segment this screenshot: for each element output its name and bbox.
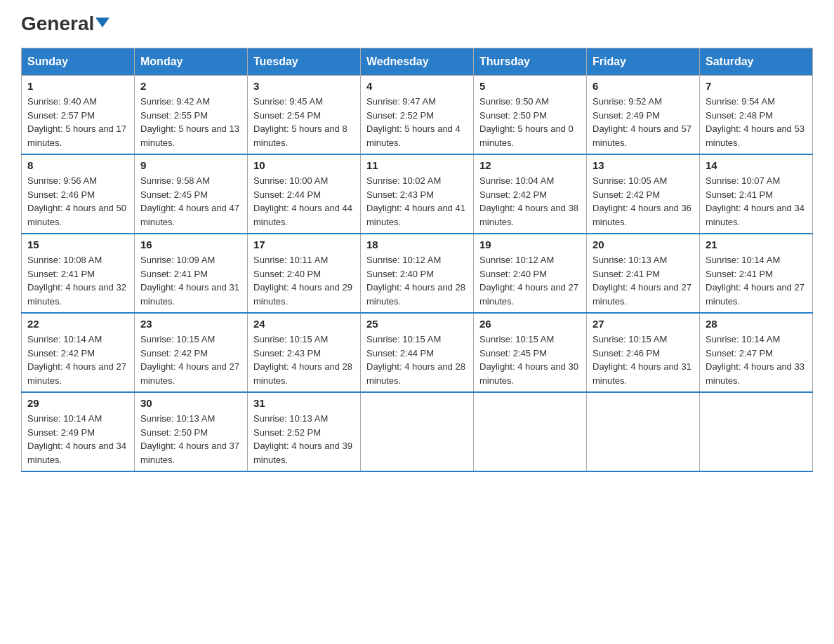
- calendar-week-row: 8 Sunrise: 9:56 AMSunset: 2:46 PMDayligh…: [22, 154, 813, 234]
- calendar-cell: 6 Sunrise: 9:52 AMSunset: 2:49 PMDayligh…: [587, 76, 700, 155]
- day-info: Sunrise: 10:04 AMSunset: 2:42 PMDaylight…: [479, 174, 581, 229]
- day-info: Sunrise: 9:54 AMSunset: 2:48 PMDaylight:…: [706, 95, 807, 149]
- calendar-cell: 11 Sunrise: 10:02 AMSunset: 2:43 PMDayli…: [361, 154, 474, 234]
- calendar-cell: 25 Sunrise: 10:15 AMSunset: 2:44 PMDayli…: [361, 313, 474, 392]
- weekday-header-saturday: Saturday: [700, 48, 813, 76]
- weekday-header-thursday: Thursday: [474, 48, 587, 76]
- day-info: Sunrise: 10:13 AMSunset: 2:52 PMDaylight…: [253, 412, 355, 467]
- day-number: 15: [27, 239, 128, 250]
- calendar-cell: 19 Sunrise: 10:12 AMSunset: 2:40 PMDayli…: [474, 234, 587, 313]
- day-number: 7: [706, 80, 807, 92]
- day-number: 19: [479, 239, 581, 250]
- calendar-cell: 18 Sunrise: 10:12 AMSunset: 2:40 PMDayli…: [361, 234, 474, 313]
- day-number: 13: [593, 159, 694, 171]
- day-number: 20: [593, 239, 694, 250]
- calendar-cell: 22 Sunrise: 10:14 AMSunset: 2:42 PMDayli…: [22, 313, 135, 392]
- day-info: Sunrise: 9:47 AMSunset: 2:52 PMDaylight:…: [366, 95, 468, 149]
- day-info: Sunrise: 10:07 AMSunset: 2:41 PMDaylight…: [706, 174, 807, 229]
- logo-part1: General: [21, 14, 94, 34]
- day-info: Sunrise: 10:15 AMSunset: 2:45 PMDaylight…: [479, 333, 581, 387]
- calendar-table: SundayMondayTuesdayWednesdayThursdayFrid…: [21, 48, 813, 472]
- calendar-cell: 28 Sunrise: 10:14 AMSunset: 2:47 PMDayli…: [700, 313, 813, 392]
- calendar-cell: 5 Sunrise: 9:50 AMSunset: 2:50 PMDayligh…: [474, 76, 587, 155]
- calendar-cell: [700, 392, 813, 471]
- day-info: Sunrise: 10:05 AMSunset: 2:42 PMDaylight…: [593, 174, 694, 229]
- calendar-cell: 29 Sunrise: 10:14 AMSunset: 2:49 PMDayli…: [22, 392, 135, 471]
- calendar-cell: 3 Sunrise: 9:45 AMSunset: 2:54 PMDayligh…: [248, 76, 361, 155]
- day-number: 3: [253, 80, 355, 92]
- day-number: 10: [253, 159, 355, 171]
- day-info: Sunrise: 10:02 AMSunset: 2:43 PMDaylight…: [366, 174, 468, 229]
- day-number: 4: [366, 80, 468, 92]
- calendar-cell: 4 Sunrise: 9:47 AMSunset: 2:52 PMDayligh…: [361, 76, 474, 155]
- weekday-header-wednesday: Wednesday: [361, 48, 474, 76]
- day-info: Sunrise: 10:14 AMSunset: 2:47 PMDaylight…: [706, 333, 807, 387]
- weekday-header-monday: Monday: [135, 48, 248, 76]
- day-info: Sunrise: 10:12 AMSunset: 2:40 PMDaylight…: [479, 253, 581, 308]
- logo-triangle-icon: [95, 18, 110, 27]
- day-number: 21: [706, 239, 807, 250]
- day-info: Sunrise: 9:50 AMSunset: 2:50 PMDaylight:…: [479, 95, 581, 149]
- calendar-cell: 30 Sunrise: 10:13 AMSunset: 2:50 PMDayli…: [135, 392, 248, 471]
- day-number: 5: [479, 80, 581, 92]
- calendar-cell: 1 Sunrise: 9:40 AMSunset: 2:57 PMDayligh…: [22, 76, 135, 155]
- calendar-cell: [587, 392, 700, 471]
- day-info: Sunrise: 10:15 AMSunset: 2:44 PMDaylight…: [366, 333, 468, 387]
- day-number: 30: [140, 397, 241, 409]
- calendar-cell: 26 Sunrise: 10:15 AMSunset: 2:45 PMDayli…: [474, 313, 587, 392]
- day-number: 1: [27, 80, 128, 92]
- calendar-week-row: 15 Sunrise: 10:08 AMSunset: 2:41 PMDayli…: [22, 234, 813, 313]
- calendar-cell: [361, 392, 474, 471]
- day-info: Sunrise: 10:11 AMSunset: 2:40 PMDaylight…: [253, 253, 355, 308]
- day-info: Sunrise: 10:13 AMSunset: 2:50 PMDaylight…: [140, 412, 241, 467]
- calendar-cell: 8 Sunrise: 9:56 AMSunset: 2:46 PMDayligh…: [22, 154, 135, 234]
- day-number: 17: [253, 239, 355, 250]
- day-number: 2: [140, 80, 241, 92]
- day-info: Sunrise: 10:13 AMSunset: 2:41 PMDaylight…: [593, 253, 694, 308]
- day-info: Sunrise: 9:45 AMSunset: 2:54 PMDaylight:…: [253, 95, 355, 149]
- calendar-cell: 21 Sunrise: 10:14 AMSunset: 2:41 PMDayli…: [700, 234, 813, 313]
- day-info: Sunrise: 10:09 AMSunset: 2:41 PMDaylight…: [140, 253, 241, 308]
- day-number: 18: [366, 239, 468, 250]
- day-number: 24: [253, 318, 355, 330]
- day-info: Sunrise: 10:15 AMSunset: 2:46 PMDaylight…: [593, 333, 694, 387]
- day-number: 9: [140, 159, 241, 171]
- calendar-cell: 27 Sunrise: 10:15 AMSunset: 2:46 PMDayli…: [587, 313, 700, 392]
- day-info: Sunrise: 10:15 AMSunset: 2:43 PMDaylight…: [253, 333, 355, 387]
- day-info: Sunrise: 9:58 AMSunset: 2:45 PMDaylight:…: [140, 174, 241, 229]
- day-info: Sunrise: 10:15 AMSunset: 2:42 PMDaylight…: [140, 333, 241, 387]
- weekday-header-friday: Friday: [587, 48, 700, 76]
- calendar-cell: 9 Sunrise: 9:58 AMSunset: 2:45 PMDayligh…: [135, 154, 248, 234]
- calendar-cell: 15 Sunrise: 10:08 AMSunset: 2:41 PMDayli…: [22, 234, 135, 313]
- day-number: 12: [479, 159, 581, 171]
- header: General: [21, 14, 813, 34]
- calendar-cell: 24 Sunrise: 10:15 AMSunset: 2:43 PMDayli…: [248, 313, 361, 392]
- day-info: Sunrise: 10:08 AMSunset: 2:41 PMDaylight…: [27, 253, 128, 308]
- weekday-header-row: SundayMondayTuesdayWednesdayThursdayFrid…: [22, 48, 813, 76]
- day-number: 29: [27, 397, 128, 409]
- calendar-week-row: 22 Sunrise: 10:14 AMSunset: 2:42 PMDayli…: [22, 313, 813, 392]
- day-info: Sunrise: 10:14 AMSunset: 2:41 PMDaylight…: [706, 253, 807, 308]
- calendar-cell: 13 Sunrise: 10:05 AMSunset: 2:42 PMDayli…: [587, 154, 700, 234]
- logo: General: [21, 14, 110, 34]
- day-info: Sunrise: 9:42 AMSunset: 2:55 PMDaylight:…: [140, 95, 241, 149]
- calendar-cell: 10 Sunrise: 10:00 AMSunset: 2:44 PMDayli…: [248, 154, 361, 234]
- day-info: Sunrise: 10:00 AMSunset: 2:44 PMDaylight…: [253, 174, 355, 229]
- calendar-cell: 31 Sunrise: 10:13 AMSunset: 2:52 PMDayli…: [248, 392, 361, 471]
- day-number: 11: [366, 159, 468, 171]
- calendar-cell: 20 Sunrise: 10:13 AMSunset: 2:41 PMDayli…: [587, 234, 700, 313]
- day-number: 27: [593, 318, 694, 330]
- calendar-cell: 7 Sunrise: 9:54 AMSunset: 2:48 PMDayligh…: [700, 76, 813, 155]
- calendar-cell: 2 Sunrise: 9:42 AMSunset: 2:55 PMDayligh…: [135, 76, 248, 155]
- calendar-cell: 16 Sunrise: 10:09 AMSunset: 2:41 PMDayli…: [135, 234, 248, 313]
- weekday-header-tuesday: Tuesday: [248, 48, 361, 76]
- day-number: 8: [27, 159, 128, 171]
- day-info: Sunrise: 10:14 AMSunset: 2:42 PMDaylight…: [27, 333, 128, 387]
- day-info: Sunrise: 9:52 AMSunset: 2:49 PMDaylight:…: [593, 95, 694, 149]
- day-number: 14: [706, 159, 807, 171]
- calendar-cell: 17 Sunrise: 10:11 AMSunset: 2:40 PMDayli…: [248, 234, 361, 313]
- weekday-header-sunday: Sunday: [22, 48, 135, 76]
- calendar-week-row: 1 Sunrise: 9:40 AMSunset: 2:57 PMDayligh…: [22, 76, 813, 155]
- day-info: Sunrise: 10:12 AMSunset: 2:40 PMDaylight…: [366, 253, 468, 308]
- day-info: Sunrise: 9:56 AMSunset: 2:46 PMDaylight:…: [27, 174, 128, 229]
